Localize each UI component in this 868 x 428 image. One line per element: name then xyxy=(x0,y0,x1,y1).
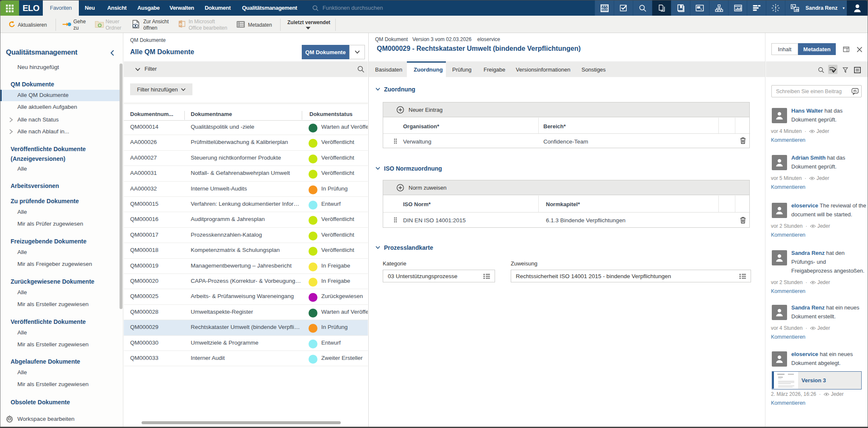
svg-text:ELO: ELO xyxy=(601,7,608,11)
svg-text:!: ! xyxy=(775,5,776,11)
svg-text:o: o xyxy=(179,22,182,26)
